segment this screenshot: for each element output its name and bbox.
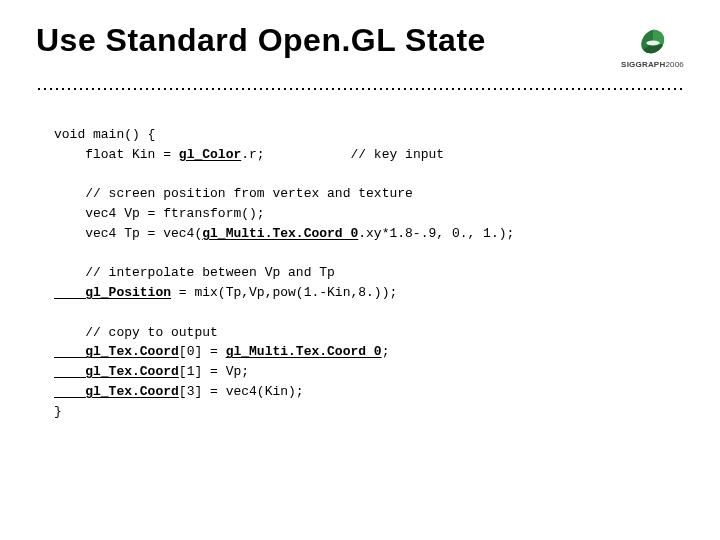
code-line: gl_Tex.Coord[3] = vec4(Kin); (54, 384, 304, 399)
code-comment: // copy to output (54, 325, 218, 340)
code-line: void main() { (54, 127, 155, 142)
slide-header: Use Standard Open.GL State SIGGRAPH2006 (0, 0, 720, 69)
keyword-gl-color: gl_Color (179, 147, 241, 162)
page-title: Use Standard Open.GL State (36, 22, 486, 59)
keyword-gl-texcoord: gl_Tex.Coord (54, 364, 179, 379)
code-line: } (54, 404, 62, 419)
code-line: vec4 Tp = vec4(gl_Multi.Tex.Coord 0.xy*1… (54, 226, 514, 241)
code-line: gl_Tex.Coord[0] = gl_Multi.Tex.Coord 0; (54, 344, 389, 359)
siggraph-logo-icon (636, 28, 670, 58)
keyword-gl-texcoord: gl_Tex.Coord (54, 344, 179, 359)
code-line: gl_Position = mix(Tp,Vp,pow(1.-Kin,8.)); (54, 285, 397, 300)
code-block: void main() { float Kin = gl_Color.r; //… (0, 91, 720, 421)
code-line: float Kin = gl_Color.r; // key input (54, 147, 444, 162)
code-comment: // interpolate between Vp and Tp (54, 265, 335, 280)
siggraph-logo: SIGGRAPH2006 (621, 28, 684, 69)
code-line: vec4 Vp = ftransform(); (54, 206, 265, 221)
code-line: gl_Tex.Coord[1] = Vp; (54, 364, 249, 379)
keyword-gl-multitexcoord0: gl_Multi.Tex.Coord 0 (202, 226, 358, 241)
code-comment: // screen position from vertex and textu… (54, 186, 413, 201)
siggraph-logo-text: SIGGRAPH2006 (621, 60, 684, 69)
keyword-gl-position: gl_Position (54, 285, 171, 300)
keyword-gl-multitexcoord0: gl_Multi.Tex.Coord 0 (226, 344, 382, 359)
svg-point-0 (646, 41, 659, 46)
keyword-gl-texcoord: gl_Tex.Coord (54, 384, 179, 399)
